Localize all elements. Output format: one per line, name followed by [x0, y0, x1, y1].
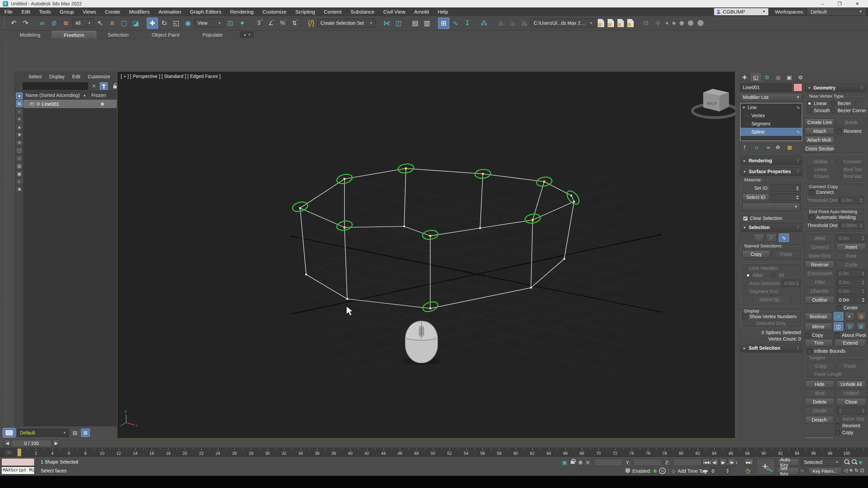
previous-frame-button[interactable]: ◀: [4, 440, 11, 447]
display-bones-icon[interactable]: ▥: [16, 163, 23, 169]
menu-content[interactable]: Content: [319, 7, 346, 16]
display-materials-icon[interactable]: ◐: [16, 178, 23, 185]
display-cameras-icon[interactable]: ▲: [16, 124, 23, 130]
menu-file[interactable]: File: [0, 7, 17, 16]
rollout-geometry[interactable]: ▼Geometry⠿: [805, 83, 866, 92]
pin-stack-icon[interactable]: †: [741, 144, 748, 151]
select-id-spinner[interactable]: [771, 194, 800, 201]
display-containers-icon[interactable]: ▣: [16, 170, 23, 177]
key-step-icons[interactable]: ◀▶: [703, 469, 708, 473]
selection-filter-icon[interactable]: [100, 82, 108, 90]
crossinsert-spinner[interactable]: 0.0m: [836, 270, 866, 277]
clear-selection-checkbox[interactable]: Clear Selection: [743, 216, 802, 221]
spinner-snap-toggle-icon[interactable]: ⇅⌐: [289, 18, 300, 29]
toolbar-flyout-dot-5[interactable]: [697, 20, 704, 26]
isolate-selection-icon[interactable]: ▣: [562, 459, 567, 466]
toolbar-disabled-gear-icon[interactable]: ⚙: [640, 18, 652, 29]
detach-reorient-checkbox[interactable]: Reorient: [835, 423, 864, 428]
paste-named-selection-button[interactable]: Paste: [772, 250, 801, 258]
lock-handles-checkbox[interactable]: Lock Handles: [742, 265, 800, 271]
weld-button[interactable]: Weld: [805, 235, 834, 242]
set-id-spinner[interactable]: [770, 184, 800, 192]
select-and-move-icon[interactable]: ✚: [147, 18, 158, 29]
auto-key-button[interactable]: Auto Key: [778, 459, 799, 466]
subobject-spline-icon[interactable]: ∿: [779, 233, 789, 242]
x-coordinate-field[interactable]: [594, 459, 623, 466]
frame-readout[interactable]: 0 / 100: [12, 440, 52, 447]
angle-snap-toggle-icon[interactable]: ∠⌐: [265, 18, 276, 29]
crossinsert-button[interactable]: CrossInsert: [805, 270, 834, 277]
automatic-welding-checkbox[interactable]: Automatic Welding: [809, 215, 864, 220]
toolbar-flyout-dot-1[interactable]: [666, 22, 668, 24]
all-radio[interactable]: All: [772, 272, 784, 278]
column-frozen-header[interactable]: Frozen: [88, 91, 117, 99]
zoom-all-icon[interactable]: [851, 459, 858, 465]
notification-badge[interactable]: 0: [659, 468, 666, 474]
subobject-segment-icon[interactable]: ∕: [766, 233, 776, 242]
menu-customize[interactable]: Customize: [258, 7, 291, 16]
project-folder-dropdown[interactable]: C:\Users\JI...ds Max 2022▼: [531, 19, 596, 27]
detach-copy-checkbox[interactable]: Copy: [835, 430, 864, 435]
ribbon-tab-freeform[interactable]: Freeform: [52, 31, 96, 39]
go-to-end-button[interactable]: ▶▶|: [745, 459, 753, 466]
cycle-button[interactable]: Cycle: [836, 261, 866, 268]
bind-button[interactable]: Bind: [805, 389, 834, 397]
explorer-menu-display[interactable]: Display: [45, 74, 68, 79]
area-selection-spinner[interactable]: 0.0m: [782, 280, 800, 287]
display-all-icon[interactable]: ●: [16, 93, 23, 99]
set-keys-button[interactable]: +: [757, 458, 775, 474]
mirror-button[interactable]: Mirror: [805, 323, 832, 330]
menu-arnold[interactable]: Arnold: [410, 7, 433, 16]
cross-section-button[interactable]: Cross Section: [805, 145, 834, 152]
key-mode-dropdown[interactable]: Selected▼: [801, 459, 842, 466]
pan-view-icon[interactable]: ✛: [849, 467, 853, 473]
redo-icon[interactable]: ↷: [20, 18, 31, 29]
remove-modifier-icon[interactable]: ♻: [774, 144, 782, 151]
set-key-button[interactable]: Set Key: [778, 467, 799, 475]
previous-key-button[interactable]: ◀||: [711, 459, 718, 466]
cer-shield-icon[interactable]: [626, 468, 630, 473]
rollout-rendering[interactable]: ►Rendering⠿: [740, 156, 802, 165]
explorer-menu-select[interactable]: Select: [25, 74, 45, 79]
new-project-icon[interactable]: [608, 19, 614, 27]
toolbar-flyout-dot-4[interactable]: [688, 20, 693, 26]
z-coordinate-field[interactable]: [673, 459, 702, 466]
menu-create[interactable]: Create: [101, 7, 125, 16]
object-name-field[interactable]: Line001: [740, 83, 792, 92]
delete-button[interactable]: Delete: [805, 398, 834, 406]
track-bar[interactable]: ∿ 02468101214161820222426283032343638404…: [0, 448, 868, 457]
connect-threshold-spinner[interactable]: 0.0m: [839, 197, 864, 204]
explorer-empty-list[interactable]: [23, 108, 117, 426]
use-pivot-point-center-icon[interactable]: ⊡: [225, 18, 236, 29]
chamfer-spinner[interactable]: 0.0m: [836, 287, 866, 295]
tab-hierarchy[interactable]: ⧉: [762, 73, 772, 81]
show-vertex-numbers-checkbox[interactable]: Show Vertex Numbers: [742, 314, 800, 319]
active-layer-dropdown[interactable]: Default ▼: [17, 429, 69, 437]
rollout-surface-properties[interactable]: ▼Surface Properties⠿: [740, 167, 802, 176]
percent-snap-toggle-icon[interactable]: %⌐: [277, 18, 288, 29]
maxscript-mini-listener-input[interactable]: MAXScript Mi: [1, 467, 35, 474]
select-and-manipulate-icon[interactable]: ✦: [237, 18, 248, 29]
bezier-radio[interactable]: Bezier: [831, 101, 866, 106]
selection-lock-icon[interactable]: [571, 461, 575, 464]
curve-editor-icon[interactable]: ∿: [450, 18, 461, 29]
create-line-button[interactable]: Create Line: [805, 119, 834, 126]
fillet-spinner[interactable]: 0.0m: [836, 279, 866, 286]
workspace-dropdown[interactable]: Default ▼: [808, 8, 865, 15]
tab-utilities[interactable]: ⚙: [795, 73, 806, 81]
mirror-horizontal-icon[interactable]: ◫: [834, 322, 843, 331]
display-lights-icon[interactable]: ☀: [16, 116, 23, 123]
outline-button[interactable]: Outline: [805, 296, 834, 304]
stack-item-spline[interactable]: Spline∿: [741, 128, 802, 136]
ribbon-tab-selection[interactable]: Selection: [96, 31, 140, 39]
toolbar-disabled-cross-icon[interactable]: ✛: [652, 18, 664, 29]
make-unique-icon[interactable]: ∞: [765, 144, 772, 151]
toggle-layer-explorer-icon[interactable]: ▤: [410, 18, 421, 29]
mirror-copy-checkbox[interactable]: Copy: [805, 332, 832, 338]
unlink-selection-icon[interactable]: ⊘: [48, 18, 60, 29]
copy-named-selection-button[interactable]: Copy: [742, 250, 770, 258]
select-object-icon[interactable]: ↖: [95, 18, 106, 29]
layer-list-icon[interactable]: ▤: [71, 429, 79, 437]
panel-grip[interactable]: [5, 39, 6, 436]
explorer-menu-customize[interactable]: Customize: [84, 74, 114, 79]
